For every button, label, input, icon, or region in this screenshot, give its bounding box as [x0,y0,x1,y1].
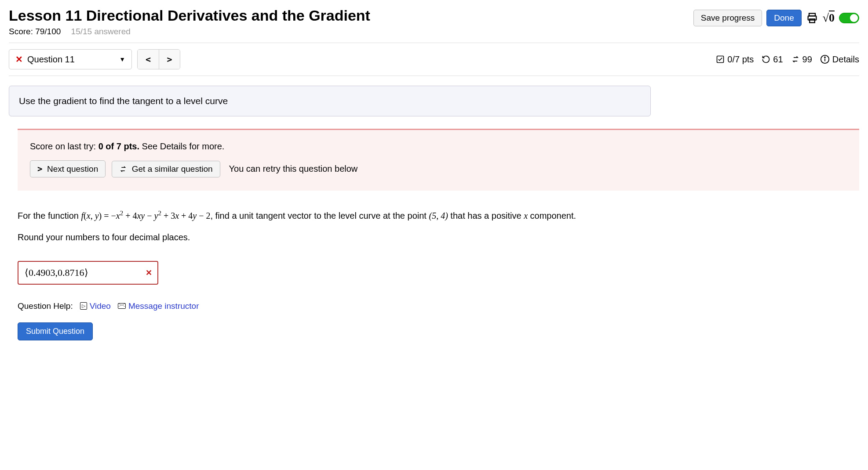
points-display: 0/7 pts [716,54,754,65]
prev-question-button[interactable]: < [138,50,159,69]
math-display-icon: √0 [823,11,835,25]
retry-text: You can retry this question below [229,164,358,174]
answer-input[interactable]: ⟨0.4903,0.8716⟩ ✕ [18,261,158,285]
question-text: For the function f(x, y) = −x2 + 4xy − y… [18,208,651,223]
incorrect-icon: ✕ [146,268,152,278]
question-nav-left: ✕ Question 11 ▼ < > [9,49,180,69]
next-question-button[interactable]: > [159,50,180,69]
save-progress-button[interactable]: Save progress [693,10,762,26]
question-nav-row: ✕ Question 11 ▼ < > 0/7 pts 61 99 Detail… [9,49,859,69]
answer-wrap: ⟨0.4903,0.8716⟩ ✕ [18,261,651,285]
chevron-right-icon: > [37,164,42,174]
question-meta: 0/7 pts 61 99 Details [716,54,859,65]
feedback-box: Score on last try: 0 of 7 pts. See Detai… [18,129,859,191]
math-display-toggle[interactable] [839,13,859,23]
caret-down-icon: ▼ [119,56,125,63]
feedback-actions: > Next question Get a similar question Y… [30,160,847,177]
swap-icon [791,55,800,64]
svg-point-6 [824,57,825,58]
attempts-display: 99 [791,54,812,65]
instruction-box: Use the gradient to find the tangent to … [9,86,651,116]
play-icon: ▷ [80,302,87,310]
separator-2 [9,76,859,76]
rounding-instruction: Round your numbers to four decimal place… [18,232,651,242]
answered-count: 15/15 answered [71,27,131,36]
next-question-action-button[interactable]: > Next question [30,160,106,177]
question-selector-label: Question 11 [27,54,75,65]
retry-icon [762,55,770,64]
help-row: Question Help: ▷ Video Message instructo… [18,301,651,311]
page-title: Lesson 11 Directional Derivatives and th… [9,7,370,24]
score-value: 79/100 [35,27,61,36]
header-row: Lesson 11 Directional Derivatives and th… [9,7,859,36]
checkbox-icon [716,55,725,64]
feedback-text: Score on last try: 0 of 7 pts. See Detai… [30,141,847,152]
question-body: For the function f(x, y) = −x2 + 4xy − y… [18,208,651,340]
help-label: Question Help: [18,301,73,311]
separator [9,43,859,43]
answer-value: ⟨0.4903,0.8716⟩ [25,267,88,278]
video-link[interactable]: ▷ Video [80,301,111,311]
info-icon [820,54,830,64]
submit-question-button[interactable]: Submit Question [18,322,93,340]
print-icon[interactable] [806,12,818,24]
retries-display: 61 [762,54,783,65]
similar-question-button[interactable]: Get a similar question [112,161,220,177]
envelope-icon [118,303,126,309]
header-left: Lesson 11 Directional Derivatives and th… [9,7,370,36]
swap-icon [119,165,127,173]
score-line: Score: 79/100 15/15 answered [9,27,370,36]
done-button[interactable]: Done [766,10,801,26]
wrong-icon: ✕ [15,54,23,65]
score-label: Score: [9,27,33,36]
top-buttons: Save progress Done √0 [693,10,859,26]
details-link[interactable]: Details [820,54,859,65]
question-selector[interactable]: ✕ Question 11 ▼ [9,49,132,69]
nav-arrows: < > [137,49,180,69]
message-instructor-link[interactable]: Message instructor [118,301,199,311]
